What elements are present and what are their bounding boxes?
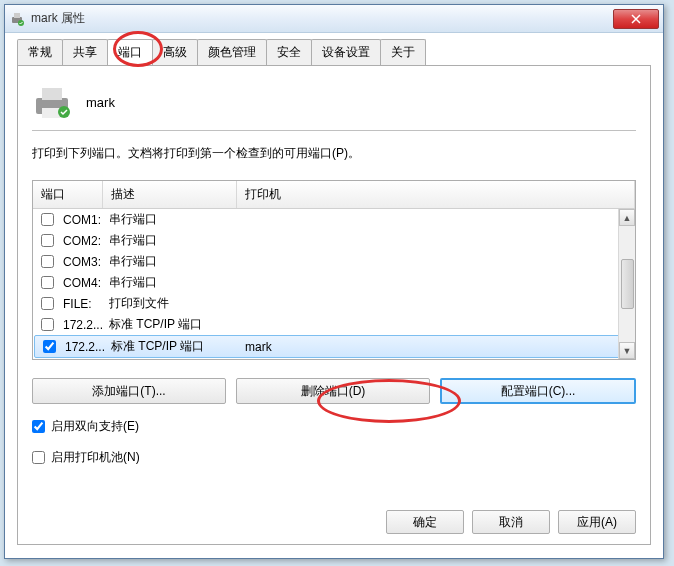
scroll-up-button[interactable]: ▲	[619, 209, 635, 226]
delete-port-button[interactable]: 删除端口(D)	[236, 378, 430, 404]
port-checkbox[interactable]	[41, 255, 54, 268]
svg-rect-1	[14, 13, 20, 18]
tab-ports[interactable]: 端口	[107, 39, 153, 65]
cell-port: 172.2...	[63, 340, 111, 354]
pooling-checkbox[interactable]	[32, 451, 45, 464]
printer-header: mark	[32, 84, 636, 120]
row-check-cell	[41, 234, 57, 247]
cell-desc: 串行端口	[109, 274, 243, 291]
divider	[32, 130, 636, 131]
table-row[interactable]: 172.2...标准 TCP/IP 端口	[33, 314, 635, 335]
row-check-cell	[41, 297, 57, 310]
instruction-text: 打印到下列端口。文档将打印到第一个检查到的可用端口(P)。	[32, 145, 636, 162]
printer-name: mark	[86, 95, 115, 110]
close-icon	[631, 14, 641, 24]
window-title: mark 属性	[31, 10, 613, 27]
pooling-row: 启用打印机池(N)	[32, 449, 636, 466]
port-checkbox[interactable]	[41, 318, 54, 331]
scroll-thumb[interactable]	[621, 259, 634, 309]
port-checkbox[interactable]	[41, 297, 54, 310]
port-buttons-row: 添加端口(T)... 删除端口(D) 配置端口(C)...	[32, 378, 636, 404]
tab-sharing[interactable]: 共享	[62, 39, 108, 65]
row-check-cell	[41, 255, 57, 268]
ports-table: 端口 描述 打印机 COM1:串行端口COM2:串行端口COM3:串行端口COM…	[32, 180, 636, 360]
row-check-cell	[43, 340, 59, 353]
header-desc[interactable]: 描述	[103, 181, 237, 208]
bidirectional-checkbox[interactable]	[32, 420, 45, 433]
table-row[interactable]: FILE:打印到文件	[33, 293, 635, 314]
scroll-down-button[interactable]: ▼	[619, 342, 635, 359]
table-row[interactable]: COM2:串行端口	[33, 230, 635, 251]
table-row[interactable]: IP_172...标准 TCP/IP 端口RICOH MP 2553 PCL 6	[33, 358, 635, 359]
cell-desc: 串行端口	[109, 232, 243, 249]
tab-color[interactable]: 颜色管理	[197, 39, 267, 65]
ok-button[interactable]: 确定	[386, 510, 464, 534]
cell-port: 172.2...	[61, 318, 109, 332]
configure-port-button[interactable]: 配置端口(C)...	[440, 378, 636, 404]
cell-desc: 串行端口	[109, 211, 243, 228]
properties-dialog: mark 属性 常规 共享 端口 高级 颜色管理 安全 设备设置 关于 mark…	[4, 4, 664, 559]
row-check-cell	[41, 276, 57, 289]
table-row[interactable]: 172.2...标准 TCP/IP 端口mark	[34, 335, 634, 358]
table-header: 端口 描述 打印机	[33, 181, 635, 209]
cell-port: COM1:	[61, 213, 109, 227]
tabs-container: 常规 共享 端口 高级 颜色管理 安全 设备设置 关于	[5, 33, 663, 65]
cell-port: COM2:	[61, 234, 109, 248]
port-checkbox[interactable]	[41, 276, 54, 289]
cell-port: COM3:	[61, 255, 109, 269]
scrollbar[interactable]: ▲ ▼	[618, 209, 635, 359]
cell-desc: 打印到文件	[109, 295, 243, 312]
cell-desc: 标准 TCP/IP 端口	[109, 316, 243, 333]
tab-about[interactable]: 关于	[380, 39, 426, 65]
cancel-button[interactable]: 取消	[472, 510, 550, 534]
bidirectional-label: 启用双向支持(E)	[51, 418, 139, 435]
row-check-cell	[41, 318, 57, 331]
cell-desc: 标准 TCP/IP 端口	[111, 338, 245, 355]
table-row[interactable]: COM1:串行端口	[33, 209, 635, 230]
port-checkbox[interactable]	[41, 213, 54, 226]
port-checkbox[interactable]	[41, 234, 54, 247]
add-port-button[interactable]: 添加端口(T)...	[32, 378, 226, 404]
header-port[interactable]: 端口	[33, 181, 103, 208]
apply-button[interactable]: 应用(A)	[558, 510, 636, 534]
table-row[interactable]: COM3:串行端口	[33, 251, 635, 272]
bidirectional-row: 启用双向支持(E)	[32, 418, 636, 435]
tab-security[interactable]: 安全	[266, 39, 312, 65]
close-button[interactable]	[613, 9, 659, 29]
printer-large-icon	[32, 84, 72, 120]
header-printer[interactable]: 打印机	[237, 181, 635, 208]
cell-desc: 串行端口	[109, 253, 243, 270]
cell-port: FILE:	[61, 297, 109, 311]
table-body: COM1:串行端口COM2:串行端口COM3:串行端口COM4:串行端口FILE…	[33, 209, 635, 359]
cell-printer: mark	[245, 340, 633, 354]
titlebar: mark 属性	[5, 5, 663, 33]
tab-advanced[interactable]: 高级	[152, 39, 198, 65]
row-check-cell	[41, 213, 57, 226]
svg-rect-4	[42, 88, 62, 100]
tab-general[interactable]: 常规	[17, 39, 63, 65]
tab-panel-ports: mark 打印到下列端口。文档将打印到第一个检查到的可用端口(P)。 端口 描述…	[17, 65, 651, 545]
port-checkbox[interactable]	[43, 340, 56, 353]
pooling-label: 启用打印机池(N)	[51, 449, 140, 466]
printer-titlebar-icon	[9, 11, 25, 27]
tab-device[interactable]: 设备设置	[311, 39, 381, 65]
cell-port: COM4:	[61, 276, 109, 290]
dialog-footer: 确定 取消 应用(A)	[386, 510, 636, 534]
table-row[interactable]: COM4:串行端口	[33, 272, 635, 293]
